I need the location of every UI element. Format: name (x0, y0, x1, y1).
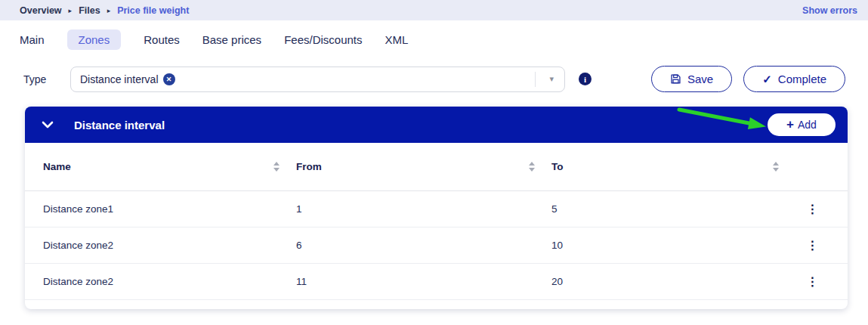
selected-type-chip: Distance interval ✕ (80, 73, 175, 85)
controls-row: Type Distance interval ✕ ▾ i Save ✓ Comp… (23, 66, 845, 92)
row-menu-kebab-icon[interactable]: ⋮ (802, 238, 823, 253)
panel-title: Distance interval (74, 119, 165, 132)
cell-name: Distance zone2 (43, 276, 296, 287)
info-icon[interactable]: i (579, 73, 592, 85)
tab-bar: Main Zones Routes Base prices Fees/Disco… (20, 29, 868, 50)
cell-to: 10 (551, 240, 795, 251)
cell-to: 20 (551, 276, 795, 287)
panel-header: Distance interval + Add (25, 107, 848, 143)
type-select[interactable]: Distance interval ✕ ▾ (70, 67, 565, 92)
cell-from: 6 (296, 240, 551, 251)
cell-name: Distance zone1 (43, 203, 296, 215)
tab-routes[interactable]: Routes (144, 29, 180, 50)
breadcrumb-files[interactable]: Files (79, 5, 100, 16)
table-header-row: Name From To (25, 143, 848, 191)
tab-xml[interactable]: XML (385, 29, 409, 50)
breadcrumb-current-page[interactable]: Price file weight (117, 5, 189, 16)
tab-base-prices[interactable]: Base prices (202, 29, 261, 50)
show-errors-link[interactable]: Show errors (802, 5, 857, 16)
cell-to: 5 (551, 203, 795, 215)
column-header-to[interactable]: To (551, 161, 795, 172)
select-divider (535, 72, 536, 87)
table-row[interactable]: Distance zone1 1 5 ⋮ (25, 191, 848, 228)
tab-main[interactable]: Main (20, 29, 45, 50)
complete-button[interactable]: ✓ Complete (743, 66, 845, 92)
chip-label: Distance interval (80, 73, 159, 85)
plus-icon: + (786, 118, 794, 131)
sort-icon[interactable] (273, 162, 280, 172)
chevron-down-icon[interactable]: ▾ (545, 74, 558, 84)
chip-remove-icon[interactable]: ✕ (163, 73, 175, 85)
table-row[interactable]: Distance zone2 11 20 ⋮ (25, 264, 848, 300)
cell-from: 11 (296, 276, 551, 287)
tab-fees-discounts[interactable]: Fees/Discounts (284, 29, 362, 50)
complete-button-label: Complete (778, 73, 826, 85)
add-button[interactable]: + Add (768, 113, 836, 136)
row-menu-kebab-icon[interactable]: ⋮ (802, 274, 823, 289)
table-row[interactable]: Distance zone2 6 10 ⋮ (25, 228, 848, 264)
save-button[interactable]: Save (651, 66, 732, 92)
breadcrumb-separator-icon: ▸ (69, 7, 73, 14)
sort-icon[interactable] (529, 162, 535, 172)
breadcrumb-bar: Overview ▸ Files ▸ Price file weight Sho… (0, 0, 868, 20)
add-button-label: Add (798, 119, 817, 131)
column-header-from[interactable]: From (296, 161, 551, 172)
save-button-label: Save (687, 73, 713, 85)
type-label: Type (23, 73, 70, 85)
cell-from: 1 (296, 203, 551, 215)
cell-name: Distance zone2 (43, 240, 296, 251)
collapse-chevron-icon[interactable] (42, 121, 54, 128)
save-floppy-icon (670, 73, 681, 85)
tab-zones[interactable]: Zones (67, 29, 122, 50)
row-menu-kebab-icon[interactable]: ⋮ (802, 202, 823, 217)
checkmark-icon: ✓ (762, 73, 772, 86)
distance-interval-panel: Distance interval + Add Name From To Dis… (25, 107, 848, 309)
column-header-name[interactable]: Name (43, 161, 296, 172)
sort-icon[interactable] (773, 162, 779, 172)
breadcrumb: Overview ▸ Files ▸ Price file weight (20, 5, 189, 16)
breadcrumb-overview[interactable]: Overview (20, 5, 62, 16)
breadcrumb-separator-icon: ▸ (107, 7, 111, 14)
